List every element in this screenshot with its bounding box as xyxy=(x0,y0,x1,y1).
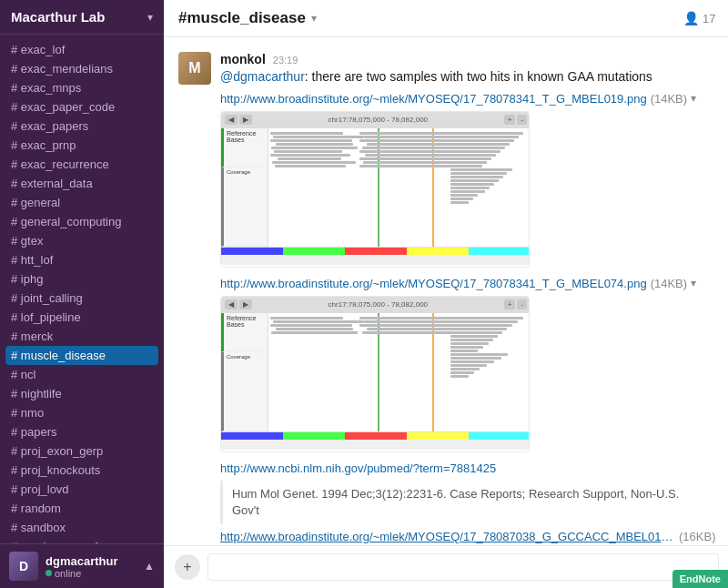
igv-bottom xyxy=(221,247,530,265)
sidebar-channel-exac_recurrence[interactable]: # exac_recurrence xyxy=(0,155,164,174)
sidebar-channel-papers[interactable]: # papers xyxy=(0,422,164,441)
link-row-2: http://www.broadinstitute.org/~mlek/MYOS… xyxy=(220,277,715,290)
track-label-1: Reference Bases xyxy=(221,128,268,167)
sidebar-channel-merck[interactable]: # merck xyxy=(0,327,164,346)
attach-button[interactable]: + xyxy=(175,554,200,580)
channel-chevron-icon[interactable]: ▾ xyxy=(311,12,317,25)
color-strip-2 xyxy=(221,432,530,440)
link-chevron-2-icon[interactable]: ▾ xyxy=(691,277,696,289)
igv-track-area-2: Reference Bases Coverage xyxy=(221,313,530,431)
sidebar-footer: D dgmacarthur online ▲ xyxy=(0,543,164,588)
status-text: online xyxy=(55,568,81,579)
igv-zoom-out[interactable]: - xyxy=(517,115,527,125)
sidebar-channels: # exac_lof# exac_mendelians# exac_mnps# … xyxy=(0,35,164,543)
status-dot xyxy=(46,570,52,576)
attach-icon: + xyxy=(183,559,191,575)
endnote-badge: EndNote xyxy=(672,570,728,588)
third-link-row: http://www.broadinstitute.org/~mlek/MYOS… xyxy=(220,530,715,543)
igv-header: ◀ ▶ chr17:78,075,000 - 78,082,000 + - xyxy=(221,112,530,128)
third-link[interactable]: http://www.broadinstitute.org/~mlek/MYOS… xyxy=(220,530,675,543)
member-icon: 👤 xyxy=(683,11,699,25)
message-header: monkol 23:19 xyxy=(220,52,715,66)
sidebar-channel-iphg[interactable]: # iphg xyxy=(0,269,164,289)
message-avatar: M xyxy=(178,52,211,85)
sidebar-chevron-icon[interactable]: ▾ xyxy=(147,11,153,24)
chevron-up-icon[interactable]: ▲ xyxy=(144,560,155,573)
message-author: monkol xyxy=(220,52,266,66)
igv-zoom-in-2[interactable]: + xyxy=(504,299,516,309)
igv-image-1: ◀ ▶ chr17:78,075,000 - 78,082,000 + - Re… xyxy=(221,112,530,267)
sidebar-channel-exac_papers[interactable]: # exac_papers xyxy=(0,117,164,136)
message-time: 23:19 xyxy=(273,55,298,66)
user-status: online xyxy=(46,568,117,579)
image-preview-1: ◀ ▶ chr17:78,075,000 - 78,082,000 + - Re… xyxy=(220,111,530,268)
igv-image-2: ◀ ▶ chr17:78,075,000 - 78,082,000 + - Re… xyxy=(221,297,530,451)
avatar-image: D xyxy=(9,552,38,581)
track-label-3: Reference Bases xyxy=(221,313,268,352)
sidebar-channel-nightlife[interactable]: # nightlife xyxy=(0,384,164,403)
igv-nav-btn[interactable]: ◀ xyxy=(225,115,238,125)
sidebar-channel-proj_exon_gerp[interactable]: # proj_exon_gerp xyxy=(0,441,164,461)
sidebar-channel-general_computing[interactable]: # general_computing xyxy=(0,212,164,231)
citation-block: Hum Mol Genet. 1994 Dec;3(12):2231-6. Ca… xyxy=(220,481,715,524)
sidebar-channel-external_data[interactable]: # external_data xyxy=(0,174,164,193)
third-link-size: (16KB) xyxy=(679,530,715,543)
igv-zoom-out-2[interactable]: - xyxy=(517,299,527,309)
avatar: D xyxy=(9,552,38,581)
main-content: #muscle_disease ▾ 👤 17 M monkol 23:19 @d… xyxy=(164,0,728,588)
sidebar-channel-joint_calling[interactable]: # joint_calling xyxy=(0,289,164,308)
message-input[interactable] xyxy=(207,553,719,581)
igv-nav-btn-3[interactable]: ◀ xyxy=(225,299,238,309)
track-label-4: Coverage xyxy=(221,352,268,431)
sidebar-channel-general[interactable]: # general xyxy=(0,193,164,212)
message-block: M monkol 23:19 @dgmacarthur: there are t… xyxy=(178,52,715,545)
sidebar-channel-ncl[interactable]: # ncl xyxy=(0,365,164,384)
user-info: D dgmacarthur online xyxy=(9,552,117,581)
sidebar-channel-lof_pipeline[interactable]: # lof_pipeline xyxy=(0,308,164,327)
mention[interactable]: @dgmacarthur xyxy=(220,69,305,84)
sidebar-channel-exac_lof[interactable]: # exac_lof xyxy=(0,40,164,59)
sidebar-channel-proj_knockouts[interactable]: # proj_knockouts xyxy=(0,461,164,480)
message-input-area: + xyxy=(164,545,728,588)
sidebar-channel-nmo[interactable]: # nmo xyxy=(0,403,164,422)
sidebar-channel-exac_paper_code[interactable]: # exac_paper_code xyxy=(0,97,164,117)
color-strip xyxy=(221,248,530,255)
igv-tracks-2 xyxy=(268,313,530,431)
igv-zoom-in[interactable]: + xyxy=(504,115,516,125)
sidebar-channel-gtex[interactable]: # gtex xyxy=(0,231,164,250)
igv-header-2: ◀ ▶ chr17:78,075,000 - 78,082,000 + - xyxy=(221,297,530,313)
channel-name: #muscle_disease xyxy=(178,9,306,27)
sidebar-channel-muscle_disease[interactable]: # muscle_disease xyxy=(5,346,158,365)
citation-text: Hum Mol Genet. 1994 Dec;3(12):2231-6. Ca… xyxy=(232,487,679,517)
sidebar-channel-seminars_conferences[interactable]: # seminars_conferences xyxy=(0,537,164,543)
pubmed-link-row: http://www.ncbi.nlm.nih.gov/pubmed/?term… xyxy=(220,461,715,475)
link-size-1: (14KB) xyxy=(651,92,687,106)
pubmed-link[interactable]: http://www.ncbi.nlm.nih.gov/pubmed/?term… xyxy=(220,461,496,475)
sidebar-channel-exac_mnps[interactable]: # exac_mnps xyxy=(0,78,164,97)
link-size-2: (14KB) xyxy=(651,277,687,290)
member-count: 👤 17 xyxy=(683,11,715,25)
member-count-value: 17 xyxy=(703,12,715,25)
sidebar-channel-htt_lof[interactable]: # htt_lof xyxy=(0,250,164,269)
messages-area: M monkol 23:19 @dgmacarthur: there are t… xyxy=(164,37,728,545)
sidebar-channel-exac_prnp[interactable]: # exac_prnp xyxy=(0,136,164,155)
message-content: monkol 23:19 @dgmacarthur: there are two… xyxy=(220,52,715,545)
user-name: dgmacarthur xyxy=(46,554,117,568)
avatar-image: M xyxy=(178,52,211,85)
sidebar-channel-proj_lovd[interactable]: # proj_lovd xyxy=(0,480,164,499)
image-link-1[interactable]: http://www.broadinstitute.org/~mlek/MYOS… xyxy=(220,92,647,106)
igv-bottom-2 xyxy=(221,431,530,450)
igv-nav-btn-2[interactable]: ▶ xyxy=(239,115,252,125)
igv-tracks xyxy=(268,128,530,247)
sidebar-channel-random[interactable]: # random xyxy=(0,499,164,518)
igv-nav-btn-4[interactable]: ▶ xyxy=(239,299,252,309)
message-text: @dgmacarthur: there are two samples with… xyxy=(220,68,715,86)
sidebar-channel-sandbox[interactable]: # sandbox xyxy=(0,518,164,537)
link-chevron-1-icon[interactable]: ▾ xyxy=(691,92,696,105)
igv-labels-2: Reference Bases Coverage xyxy=(221,313,268,431)
channel-header: #muscle_disease ▾ 👤 17 xyxy=(164,0,728,37)
image-link-2[interactable]: http://www.broadinstitute.org/~mlek/MYOS… xyxy=(220,277,647,290)
link-row-1: http://www.broadinstitute.org/~mlek/MYOS… xyxy=(220,92,715,106)
igv-labels: Reference Bases Coverage xyxy=(221,128,268,247)
sidebar-channel-exac_mendelians[interactable]: # exac_mendelians xyxy=(0,59,164,78)
